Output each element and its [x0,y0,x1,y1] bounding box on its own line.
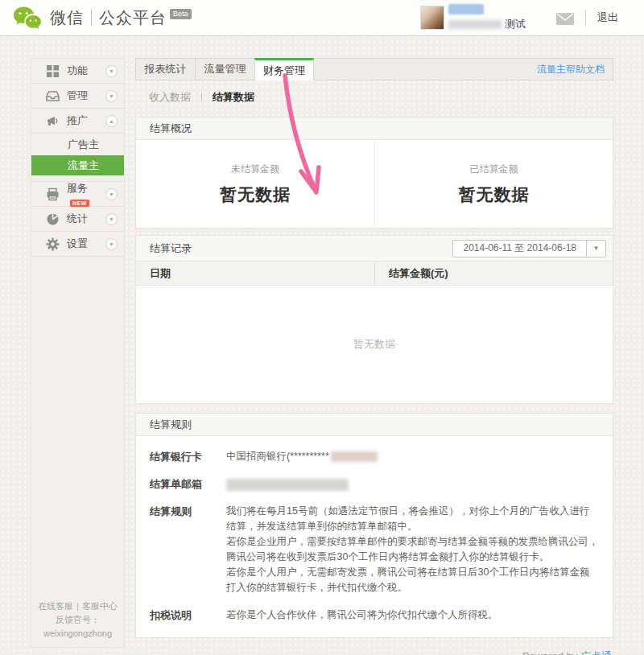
statement-email-value [226,476,599,492]
dropdown-caret-icon[interactable]: ▼ [586,241,605,257]
settlement-records-panel: 结算记录 2014-06-11 至 2014-06-18 ▼ 日期 结算金额(元… [135,235,613,404]
tax-note-label: 扣税说明 [150,608,226,623]
wechat-logo-icon [13,6,42,31]
settlement-rule-label: 结算规则 [150,504,226,595]
top-bar: 微信 公众平台 Beta 测试 退出 [0,0,644,36]
tab-strip: 报表统计 流量管理 财务管理 流量主帮助文档 [135,58,613,80]
subtab-divider [201,93,202,102]
sidebar-footer: 在线客服｜客服中心 反馈官号：weixingongzhong [31,599,124,641]
unsettled-amount-value: 暂无数据 [220,183,291,206]
unsettled-amount-block: 未结算金额 暂无数据 [136,140,374,228]
beta-badge: Beta [170,9,192,19]
sidebar-item-features[interactable]: 功能 ▼ [31,59,124,84]
gear-icon [46,237,60,251]
account-name-redacted [448,20,502,29]
inbox-icon [46,89,60,103]
powered-by: Powered by 广点通 [135,649,612,655]
column-date: 日期 [136,262,374,285]
brand-separator [91,10,92,26]
chevron-down-icon[interactable]: ▼ [105,238,118,250]
bank-card-row: 结算银行卡 中国招商银行(********** [150,449,599,464]
settled-amount-label: 已结算金额 [470,163,518,176]
settlement-rule-row: 结算规则 我们将在每月15号前（如遇法定节假日，将会推迟），对你上个月的广告收入… [150,504,599,595]
mail-icon[interactable] [556,13,574,28]
printer-icon [46,187,60,201]
settled-amount-block: 已结算金额 暂无数据 [374,140,613,228]
support-links[interactable]: 在线客服｜客服中心 [31,599,124,613]
records-empty-state: 暂无数据 [136,286,613,403]
account-info: 测试 [448,4,555,31]
account-area: 测试 退出 [420,4,626,31]
bank-card-redacted [331,451,378,462]
sidebar-subitem-advertiser[interactable]: 广告主 [31,134,124,155]
brand-platform-text: 公众平台 [99,7,167,29]
grid-icon [46,64,60,78]
sidebar-subitem-traffic-owner[interactable]: 流量主 [31,155,124,175]
records-table-header: 日期 结算金额(元) [136,262,613,286]
pie-chart-icon [46,212,60,226]
column-settlement-amount: 结算金额(元) [374,262,613,285]
avatar[interactable] [420,6,444,30]
tab-traffic-management[interactable]: 流量管理 [196,59,255,80]
account-name-suffix: 测试 [505,17,526,31]
main-content: 报表统计 流量管理 财务管理 流量主帮助文档 收入数据 结算数据 结算概况 未结… [135,58,613,655]
date-range-select[interactable]: 2014-06-11 至 2014-06-18 ▼ [452,240,606,257]
top-bar-divider [585,10,586,26]
sidebar: 功能 ▼ 管理 ▼ 推广 ▲ 广告主 流量主 [31,58,125,648]
sidebar-item-promotion[interactable]: 推广 ▲ [31,109,124,134]
tax-note-text: 若你是个人合作伙伴，腾讯公司将为你代扣代缴个人所得税。 [226,608,599,623]
chevron-down-icon[interactable]: ▼ [105,90,118,102]
sidebar-item-settings[interactable]: 设置 ▼ [31,232,124,257]
account-type-badge [448,4,484,14]
statement-email-label: 结算单邮箱 [150,476,226,492]
megaphone-icon [46,114,60,128]
sidebar-item-statistics[interactable]: 统计 ▼ [31,207,124,232]
subtab-settlement-data[interactable]: 结算数据 [213,90,254,105]
statement-email-row: 结算单邮箱 [150,476,599,492]
sidebar-item-manage[interactable]: 管理 ▼ [31,84,124,109]
logout-button[interactable]: 退出 [589,7,626,28]
unsettled-amount-label: 未结算金额 [231,163,279,176]
tax-note-row: 扣税说明 若你是个人合作伙伴，腾讯公司将为你代扣代缴个人所得税。 [150,608,599,623]
settlement-records-title: 结算记录 [150,241,192,256]
brand-wechat-text: 微信 [50,7,84,29]
subtab-income-data[interactable]: 收入数据 [149,90,191,105]
date-range-value: 2014-06-11 至 2014-06-18 [453,241,586,257]
chevron-down-icon[interactable]: ▼ [105,188,118,200]
settlement-overview-title: 结算概况 [136,117,613,140]
settlement-rules-panel: 结算规则 结算银行卡 中国招商银行(********** 结算单邮箱 结算规则 … [135,413,613,638]
bank-card-value: 中国招商银行(********** [226,449,599,464]
settlement-rule-text: 我们将在每月15号前（如遇法定节假日，将会推迟），对你上个月的广告收入进行结算，… [226,504,599,595]
new-badge: NEW [70,200,89,207]
settled-amount-value: 暂无数据 [459,183,530,206]
sub-tab-bar: 收入数据 结算数据 [135,80,613,114]
statement-email-redacted [226,479,349,491]
sidebar-item-service[interactable]: 服务NEW ▼ [31,182,124,207]
brand: 微信 公众平台 Beta [13,6,192,31]
settlement-overview-panel: 结算概况 未结算金额 暂无数据 已结算金额 暂无数据 [135,117,613,229]
bank-card-label: 结算银行卡 [150,449,226,464]
settlement-rules-title: 结算规则 [136,414,613,436]
chevron-down-icon[interactable]: ▼ [105,213,118,225]
tab-report-statistics[interactable]: 报表统计 [136,59,196,80]
chevron-up-icon[interactable]: ▲ [105,115,118,127]
traffic-owner-help-link[interactable]: 流量主帮助文档 [537,59,613,80]
tab-financial-management[interactable]: 财务管理 [254,58,314,80]
chevron-down-icon[interactable]: ▼ [105,65,118,77]
guangdiantong-link[interactable]: 广点通 [580,650,612,655]
feedback-account: 反馈官号：weixingongzhong [31,613,124,641]
